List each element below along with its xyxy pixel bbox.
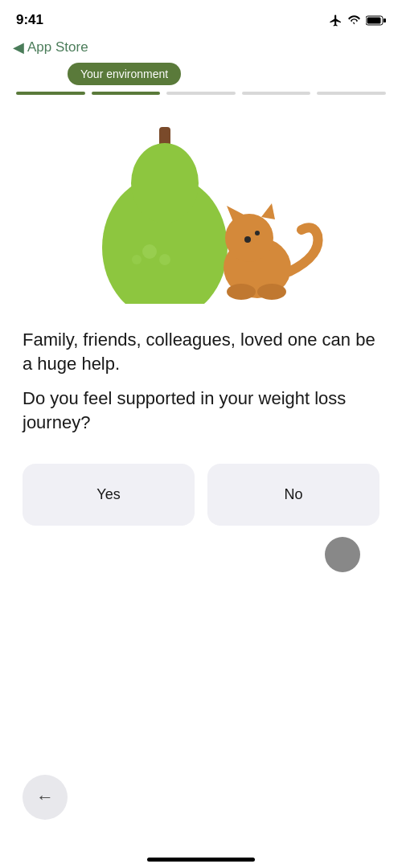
- progress-section: Your environment: [0, 63, 402, 95]
- svg-point-8: [132, 255, 142, 264]
- pear-cat-illustration: [72, 111, 330, 304]
- illustration: [0, 95, 402, 320]
- progress-bar-5: [317, 92, 386, 95]
- status-icons: [329, 14, 386, 27]
- progress-bar-4: [242, 92, 311, 95]
- svg-point-16: [257, 284, 286, 300]
- content-section: Family, friends, colleagues, loved one c…: [0, 320, 402, 451]
- svg-point-14: [255, 231, 260, 235]
- svg-point-5: [131, 143, 199, 223]
- svg-point-6: [142, 244, 157, 259]
- progress-bar-1: [16, 92, 85, 95]
- nav-bar: ◀ App Store: [0, 35, 402, 63]
- progress-label: Your environment: [68, 63, 181, 85]
- svg-point-13: [244, 236, 251, 243]
- progress-bars: [13, 92, 389, 95]
- progress-bar-2: [92, 92, 161, 95]
- home-indicator: [147, 858, 255, 862]
- yes-button[interactable]: Yes: [23, 464, 195, 526]
- progress-bar-3: [166, 92, 236, 95]
- svg-rect-1: [367, 17, 381, 23]
- status-bar: 9:41: [0, 0, 402, 35]
- scroll-dot: [325, 537, 360, 572]
- svg-point-7: [159, 254, 170, 265]
- airplane-icon: [329, 14, 343, 27]
- svg-marker-12: [261, 203, 275, 219]
- main-text: Family, friends, colleagues, loved one c…: [23, 328, 379, 375]
- no-button[interactable]: No: [207, 464, 379, 526]
- battery-icon: [366, 15, 386, 26]
- status-time: 9:41: [16, 12, 43, 28]
- sub-text: Do you feel supported in your weight los…: [23, 387, 379, 434]
- svg-point-15: [227, 284, 256, 300]
- svg-rect-2: [384, 18, 386, 23]
- back-nav-button[interactable]: ◀ App Store: [13, 39, 88, 56]
- back-chevron-icon: ◀: [13, 39, 24, 56]
- wifi-icon: [347, 14, 361, 27]
- bottom-back-button[interactable]: ←: [23, 775, 68, 820]
- buttons-section: Yes No: [0, 451, 402, 526]
- scroll-indicator: [0, 526, 402, 572]
- back-label: App Store: [27, 39, 88, 55]
